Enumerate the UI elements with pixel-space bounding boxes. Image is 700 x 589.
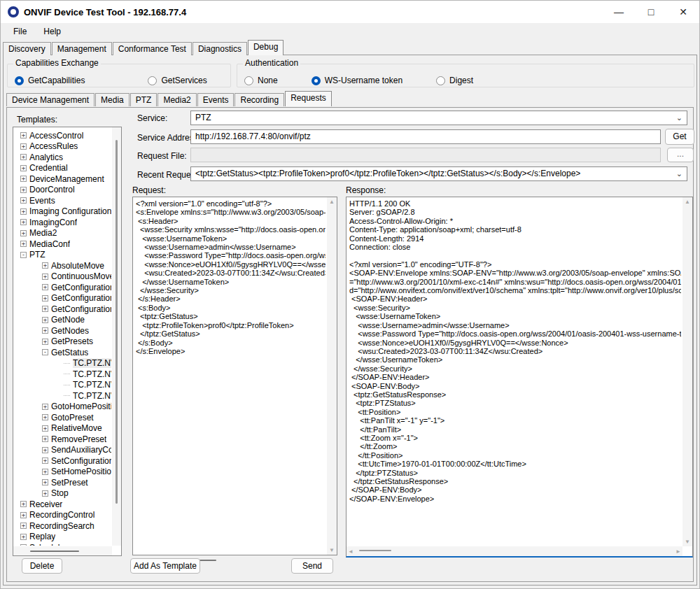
scroll-left-icon[interactable]: ◄ [348, 548, 354, 555]
tree-item-doorcontrol[interactable]: +DoorControl [15, 185, 111, 196]
tree-item-setpreset[interactable]: +SetPreset [15, 477, 111, 488]
expand-icon[interactable]: + [20, 143, 27, 150]
expand-icon[interactable]: + [20, 534, 27, 540]
tree-item-gotohomeposition[interactable]: +GotoHomePosition [15, 402, 111, 413]
radio-none[interactable]: None [244, 76, 278, 85]
tree-item-recordingsearch[interactable]: +RecordingSearch [15, 520, 111, 532]
tab-debug[interactable]: Debug [248, 40, 284, 55]
tree-item-schedule[interactable]: +Schedule [15, 542, 111, 546]
tree-item-continuousmove[interactable]: +ContinuousMove [15, 271, 111, 283]
minimize-button[interactable]: — [603, 1, 635, 23]
tree-item-getconfigurationopt[interactable]: +GetConfigurationOpt [15, 293, 111, 304]
response-textarea[interactable]: HTTP/1.1 200 OK Server: gSOAP/2.8 Access… [346, 197, 693, 558]
tree-item-setconfiguration[interactable]: +SetConfiguration [15, 455, 111, 467]
expand-icon[interactable]: + [20, 523, 27, 529]
expand-icon[interactable]: + [42, 404, 48, 410]
tree-item-mediaconf[interactable]: +MediaConf [15, 239, 111, 250]
service-combobox[interactable]: PTZ ⌄ [190, 111, 687, 125]
delete-button[interactable]: Delete [22, 558, 62, 574]
tree-item-tc-ptz-nvt-10[interactable]: TC.PTZ.NVT.10 [15, 369, 111, 380]
subtab-ptz[interactable]: PTZ [130, 93, 158, 106]
tree-item-replay[interactable]: +Replay [15, 532, 111, 543]
expand-icon[interactable]: + [42, 339, 48, 345]
expand-icon[interactable]: + [42, 284, 48, 290]
expand-icon[interactable]: + [42, 262, 48, 269]
tree-item-analytics[interactable]: +Analytics [15, 152, 111, 163]
scroll-right-icon[interactable]: ► [676, 548, 681, 555]
tree-item-absolutemove[interactable]: +AbsoluteMove [15, 260, 111, 271]
menu-help[interactable]: Help [36, 24, 68, 38]
tree-horizontal-scrollbar[interactable] [13, 546, 112, 555]
expand-icon[interactable]: + [20, 208, 27, 215]
request-file-input[interactable] [190, 148, 661, 162]
expand-icon[interactable]: + [42, 425, 48, 432]
expand-icon[interactable]: + [42, 490, 48, 497]
tree-item-getstatus[interactable]: -GetStatus [15, 347, 111, 358]
tree-item-tc-ptz-nvt-10[interactable]: TC.PTZ.NVT.10 [15, 358, 111, 369]
expand-icon[interactable]: + [20, 512, 27, 518]
tree-item-imaging-configuration[interactable]: +Imaging Configuration [15, 206, 111, 218]
expand-icon[interactable]: + [20, 165, 27, 171]
tab-diagnostics[interactable]: Diagnostics [192, 42, 247, 55]
tree-item-tc-ptz-nvt-10[interactable]: TC.PTZ.NVT.10 [15, 390, 111, 402]
tab-discovery[interactable]: Discovery [3, 42, 51, 55]
expand-icon[interactable]: + [20, 241, 27, 247]
add-as-template-button[interactable]: Add As Template [130, 558, 200, 574]
tree-item-accesscontrol[interactable]: +AccessControl [15, 130, 111, 141]
collapse-icon[interactable]: - [20, 252, 27, 258]
tree-item-recordingcontrol[interactable]: +RecordingControl [15, 510, 111, 521]
expand-icon[interactable]: + [42, 457, 48, 464]
tree-item-devicemanagement[interactable]: +DeviceManagement [15, 173, 111, 185]
radio-ws-username-token[interactable]: WS-Username token [312, 76, 402, 85]
tree-item-getconfigurations[interactable]: +GetConfigurations [15, 304, 111, 315]
subtab-requests[interactable]: Requests [285, 91, 332, 106]
subtab-events[interactable]: Events [197, 93, 234, 106]
tree-item-relativemove[interactable]: +RelativeMove [15, 423, 111, 434]
send-button[interactable]: Send [291, 558, 333, 574]
service-address-input[interactable]: http://192.168.77.4:80/onvif/ptz [190, 129, 661, 144]
expand-icon[interactable]: + [20, 230, 27, 236]
close-button[interactable]: ✕ [667, 1, 699, 23]
expand-icon[interactable]: + [42, 436, 48, 442]
expand-icon[interactable]: + [20, 197, 27, 204]
request-textarea[interactable]: <?xml version="1.0" encoding="utf-8"?> <… [132, 197, 337, 555]
expand-icon[interactable]: + [42, 414, 48, 420]
expand-icon[interactable]: + [42, 479, 48, 485]
tree-item-accessrules[interactable]: +AccessRules [15, 141, 111, 152]
expand-icon[interactable]: + [42, 327, 48, 334]
tree-item-imagingconf[interactable]: +ImagingConf [15, 217, 111, 228]
get-button[interactable]: Get [665, 129, 694, 145]
radio-getservices[interactable]: GetServices [148, 76, 206, 85]
response-horizontal-scrollbar[interactable]: ◄ ► [346, 546, 682, 556]
expand-icon[interactable]: + [20, 219, 27, 225]
subtab-media[interactable]: Media [95, 93, 130, 106]
expand-icon[interactable]: + [42, 295, 48, 301]
expand-icon[interactable]: + [20, 154, 27, 160]
request-vertical-scrollbar[interactable]: ▲▼ [327, 197, 337, 555]
tree-item-removepreset[interactable]: +RemovePreset [15, 434, 111, 445]
expand-icon[interactable]: + [20, 501, 27, 507]
expand-icon[interactable]: + [42, 306, 48, 312]
subtab-recording[interactable]: Recording [234, 93, 284, 106]
subtab-media2[interactable]: Media2 [158, 93, 196, 106]
maximize-button[interactable]: □ [635, 1, 667, 23]
expand-icon[interactable]: + [42, 274, 48, 280]
expand-icon[interactable]: + [20, 187, 27, 193]
tree-item-tc-ptz-nvt-10[interactable]: TC.PTZ.NVT.10 [15, 380, 111, 391]
collapse-icon[interactable]: - [42, 349, 48, 355]
tree-item-receiver[interactable]: +Receiver [15, 499, 111, 510]
tree-item-getnode[interactable]: +GetNode [15, 315, 111, 326]
tree-item-media2[interactable]: +Media2 [15, 228, 111, 239]
expand-icon[interactable]: + [42, 317, 48, 323]
templates-tree[interactable]: +AccessControl+AccessRules+Analytics+Cre… [13, 127, 122, 556]
browse-button[interactable]: ... [667, 148, 694, 162]
radio-digest[interactable]: Digest [436, 76, 473, 85]
tree-item-gotopreset[interactable]: +GotoPreset [15, 412, 111, 423]
tree-item-credential[interactable]: +Credential [15, 163, 111, 174]
radio-getcapabilities[interactable]: GetCapabilities [15, 76, 85, 85]
expand-icon[interactable]: + [42, 447, 48, 453]
tree-item-getconfiguration[interactable]: +GetConfiguration [15, 282, 111, 293]
tree-item-sethomeposition[interactable]: +SetHomePosition [15, 467, 111, 478]
expand-icon[interactable]: + [20, 176, 27, 182]
tab-management[interactable]: Management [52, 42, 112, 55]
